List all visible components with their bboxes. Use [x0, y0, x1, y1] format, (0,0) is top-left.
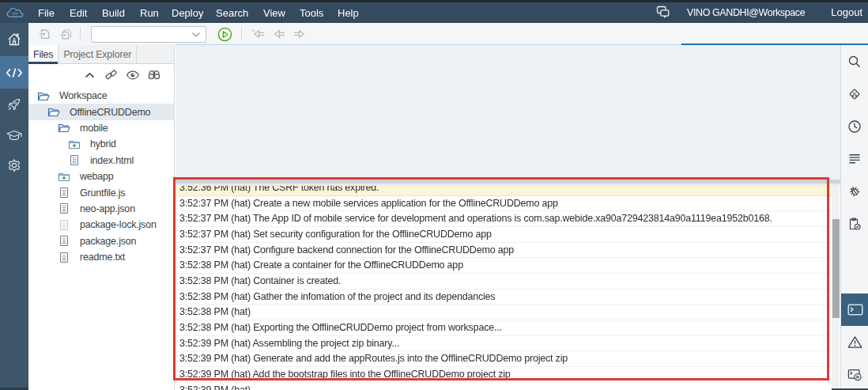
tree-item-hybrid[interactable]: hybrid: [28, 136, 174, 152]
console-panel: 3:52:36 PM (hat) The CSRF token has expi…: [175, 186, 832, 390]
tree-item-label: index.html: [90, 155, 134, 166]
console-log-line: 3:52:36 PM (hat) The CSRF token has expi…: [175, 186, 832, 196]
back-icon[interactable]: [269, 25, 289, 44]
toolbar: [28, 23, 868, 45]
run-play-icon[interactable]: [214, 25, 235, 44]
tree-item-label: Gruntfile.js: [80, 187, 125, 199]
left-rail-preview[interactable]: [0, 89, 28, 120]
editor-top-progress: [681, 44, 868, 45]
console-log-line: 3:52:37 PM (hat) Create a new mobile ser…: [175, 196, 832, 212]
graduation-cap-icon: [6, 127, 23, 143]
tree-item-label: webapp: [80, 171, 114, 182]
left-rail-learning[interactable]: [0, 120, 28, 150]
tree-item-label: hybrid: [90, 138, 116, 150]
menu-file[interactable]: File: [38, 7, 55, 19]
tree-item-neo-app-json[interactable]: neo-app.json: [28, 201, 174, 217]
binoculars-icon[interactable]: [143, 67, 164, 83]
search-icon: [847, 55, 862, 69]
tab-files[interactable]: Files: [28, 45, 58, 63]
left-rail-development[interactable]: [0, 56, 28, 89]
left-rail: [0, 23, 28, 390]
menu-tools[interactable]: Tools: [300, 7, 323, 19]
right-rail-storyboard[interactable]: [841, 78, 868, 110]
console-log-line: 3:52:37 PM (hat) Configure backend conne…: [175, 243, 832, 259]
console-log-line: 3:52:38 PM (hat) Create a container for …: [175, 258, 832, 274]
file-icon: [58, 235, 70, 248]
tree-item-label: readme.txt: [80, 252, 125, 263]
link-icon[interactable]: [100, 67, 122, 83]
folder-open-icon: [58, 122, 70, 134]
tree-item-webapp[interactable]: webapp: [28, 168, 174, 184]
tree-item-readme-txt[interactable]: readme.txt: [28, 249, 174, 265]
eye-icon[interactable]: [122, 67, 143, 83]
menubar: </> FileEditBuildRunDeploySearchViewTool…: [0, 0, 868, 23]
tree-item-mobile[interactable]: mobile: [28, 120, 174, 136]
tree-item-label: package-lock.json: [80, 219, 157, 230]
right-rail-outline[interactable]: [841, 142, 868, 175]
right-rail-search[interactable]: [841, 45, 868, 78]
logout-button[interactable]: Logout: [831, 6, 862, 18]
tree-item-offlinecruddemo[interactable]: OfflineCRUDDemo: [28, 104, 174, 119]
tree-item-label: OfflineCRUDDemo: [70, 107, 150, 118]
menu-search[interactable]: Search: [216, 7, 248, 19]
menu-view[interactable]: View: [263, 7, 285, 19]
terminal-icon: [847, 304, 863, 316]
editor-area: [175, 45, 840, 180]
right-rail-problems[interactable]: [841, 326, 868, 358]
editor-top-divider: [175, 44, 681, 45]
tree-item-label: Workspace: [59, 90, 108, 101]
console-log-line: 3:52:38 PM (hat) Exporting the OfflineCR…: [175, 320, 832, 336]
left-rail-settings[interactable]: [0, 150, 28, 180]
left-rail-home[interactable]: [0, 23, 28, 56]
chevron-down-icon: [191, 27, 201, 41]
file-icon: [58, 251, 70, 263]
menu-edit[interactable]: Edit: [70, 7, 87, 19]
right-rail-preview-monitor[interactable]: [841, 358, 868, 390]
save-icon[interactable]: [35, 25, 55, 44]
console-log-line: 3:52:38 PM (hat): [175, 305, 832, 320]
collapse-all-icon[interactable]: [79, 67, 100, 83]
tree-item-package-json[interactable]: package.json: [28, 233, 174, 249]
folder-plus-icon: [68, 138, 81, 150]
rocket-icon: [6, 97, 22, 112]
feedback-chat-icon[interactable]: [655, 5, 671, 20]
right-rail: [840, 45, 868, 390]
console-scrollbar-thumb[interactable]: [832, 219, 840, 318]
forward-icon[interactable]: [289, 25, 310, 44]
tab-project-explorer[interactable]: Project Explorer: [58, 45, 137, 63]
tree-item-label: neo-app.json: [80, 203, 135, 214]
console-log-line: 3:52:38 PM (hat) Container is created.: [175, 274, 832, 290]
warning-icon: [847, 335, 862, 349]
console-log-line: 3:52:37 PM (hat) Set security configurat…: [175, 227, 832, 243]
right-rail-history[interactable]: [841, 110, 868, 142]
menu-help[interactable]: Help: [338, 7, 359, 19]
clock-icon: [847, 119, 862, 134]
files-panel: FilesProject Explorer WorkspaceOfflineCR…: [28, 45, 175, 390]
run-config-combobox[interactable]: [91, 26, 206, 43]
tree-item-package-lock-json[interactable]: package-lock.json: [28, 217, 174, 233]
console-log-line: 3:52:39 PM (hat) Assembling the project …: [175, 336, 832, 352]
last-edit-icon[interactable]: [248, 25, 269, 44]
menu-deploy[interactable]: Deploy: [172, 7, 203, 19]
tree-item-index-html[interactable]: index.html: [28, 153, 174, 168]
user-label[interactable]: VINO GANDHI@Workspace: [687, 7, 805, 18]
diamond-icon: [847, 87, 862, 101]
file-icon: [58, 187, 70, 199]
right-rail-tests[interactable]: [841, 207, 868, 240]
window-top-strip: [0, 0, 868, 2]
save-all-icon[interactable]: [55, 25, 76, 44]
menu-build[interactable]: Build: [102, 7, 125, 19]
sap-web-ide-window: </> FileEditBuildRunDeploySearchViewTool…: [0, 0, 868, 390]
console-log-line: 3:52:39 PM (hat) Generate and add the ap…: [175, 351, 832, 367]
tree-item-gruntfile-js[interactable]: Gruntfile.js: [28, 184, 174, 200]
code-icon: [6, 67, 23, 78]
console-log-line: 3:52:39 PM (hat): [175, 383, 832, 390]
clipboard-check-icon: [847, 217, 862, 231]
tree-item-workspace[interactable]: Workspace: [28, 88, 174, 104]
home-icon: [6, 32, 22, 47]
right-rail-debugger[interactable]: [841, 175, 868, 207]
console-log-line: 3:52:37 PM (hat) The App ID of mobile se…: [175, 211, 832, 227]
outline-icon: [848, 153, 861, 165]
right-rail-console[interactable]: [841, 293, 868, 326]
menu-run[interactable]: Run: [140, 7, 159, 19]
